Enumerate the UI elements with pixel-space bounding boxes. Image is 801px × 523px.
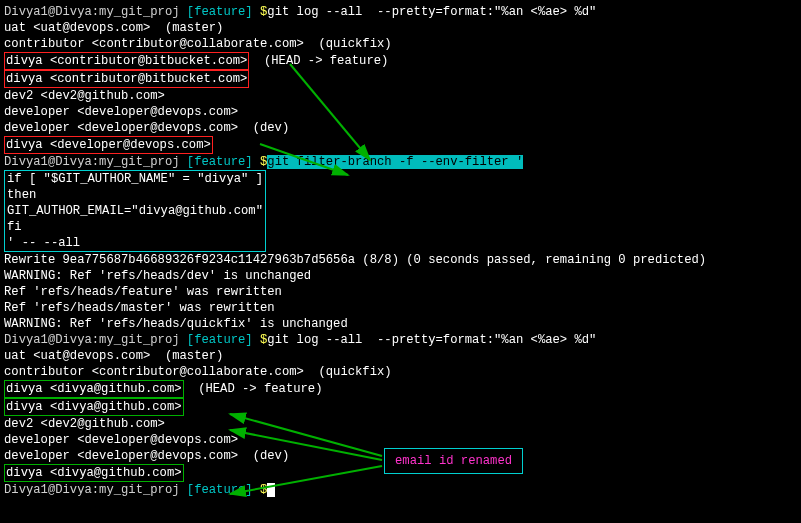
old-email-box: divya <developer@devops.com> [4,136,213,154]
warning-line: WARNING: Ref 'refs/heads/dev' is unchang… [4,268,797,284]
userhost: Divya1@Divya:my_git_proj [4,155,187,169]
filter-line: if [ "$GIT_AUTHOR_NAME" = "divya" ] [7,171,263,187]
warning-line: WARNING: Ref 'refs/heads/quickfix' is un… [4,316,797,332]
userhost: Divya1@Divya:my_git_proj [4,483,187,497]
cursor-icon [267,483,275,497]
prompt-line-3: Divya1@Divya:my_git_proj [feature] $git … [4,332,797,348]
log-out-boxed: divya <divya@github.com> (HEAD -> featur… [4,380,797,398]
branch-label: [feature] [187,155,260,169]
log-out: dev2 <dev2@github.com> [4,416,797,432]
prompt-line-2: Divya1@Divya:my_git_proj [feature] $git … [4,154,797,170]
userhost: Divya1@Divya:my_git_proj [4,333,187,347]
branch-label: [feature] [187,483,260,497]
warning-line: Ref 'refs/heads/master' was rewritten [4,300,797,316]
log-out: developer <developer@devops.com> (dev) [4,120,797,136]
branch-label: [feature] [187,333,260,347]
new-email-box: divya <divya@github.com> [4,464,184,482]
annotation-text: email id renamed [395,454,512,468]
filter-branch-cmd: git filter-branch -f --env-filter ' [267,155,523,169]
userhost: Divya1@Divya:my_git_proj [4,5,187,19]
old-email-box: divya <contributor@bitbucket.com> [4,70,249,88]
filter-line: ' -- --all [7,235,263,251]
head-feature: (HEAD -> feature) [184,382,323,396]
log-out: contributor <contributor@collaborate.com… [4,364,797,380]
dollar: $ [260,483,267,497]
log-out-boxed: divya <divya@github.com> [4,398,797,416]
log-out-boxed: divya <contributor@bitbucket.com> [4,70,797,88]
new-email-box: divya <divya@github.com> [4,398,184,416]
branch-label: [feature] [187,5,260,19]
filter-line: fi [7,219,263,235]
log-out-boxed: divya <developer@devops.com> [4,136,797,154]
log-out: uat <uat@devops.com> (master) [4,20,797,36]
old-email-box: divya <contributor@bitbucket.com> [4,52,249,70]
log-out: developer <developer@devops.com> [4,104,797,120]
log-out: dev2 <dev2@github.com> [4,88,797,104]
warning-line: Ref 'refs/heads/feature' was rewritten [4,284,797,300]
annotation-callout: email id renamed [384,448,523,474]
log-out-boxed: divya <contributor@bitbucket.com> (HEAD … [4,52,797,70]
filter-line: then [7,187,263,203]
log-out: contributor <contributor@collaborate.com… [4,36,797,52]
git-log-cmd-2: git log --all --pretty=format:"%an <%ae>… [267,333,596,347]
prompt-line-1: Divya1@Divya:my_git_proj [feature] $git … [4,4,797,20]
log-out: developer <developer@devops.com> [4,432,797,448]
head-feature: (HEAD -> feature) [249,54,388,68]
git-log-cmd-1: git log --all --pretty=format:"%an <%ae>… [267,5,596,19]
log-out: uat <uat@devops.com> (master) [4,348,797,364]
new-email-box: divya <divya@github.com> [4,380,184,398]
filter-line: GIT_AUTHOR_EMAIL="divya@github.com" [7,203,263,219]
env-filter-block: if [ "$GIT_AUTHOR_NAME" = "divya" ] then… [4,170,266,252]
rewrite-line: Rewrite 9ea775687b46689326f9234c11427963… [4,252,797,268]
prompt-line-4[interactable]: Divya1@Divya:my_git_proj [feature] $ [4,482,797,498]
